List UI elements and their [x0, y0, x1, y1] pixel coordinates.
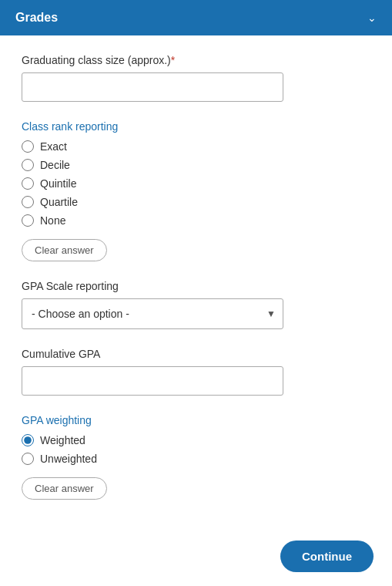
radio-weighted[interactable] [22, 434, 34, 446]
required-indicator: * [171, 54, 175, 66]
class-rank-reporting-label: Class rank reporting [22, 120, 370, 133]
radio-option-weighted[interactable]: Weighted [22, 434, 370, 446]
cumulative-gpa-input[interactable] [22, 366, 283, 396]
graduating-class-size-group: Graduating class size (approx.)* [22, 54, 370, 102]
radio-none-label[interactable]: None [40, 214, 65, 227]
radio-quartile-label[interactable]: Quartile [40, 196, 78, 208]
radio-option-none[interactable]: None [22, 214, 370, 227]
header-title: Grades [15, 11, 58, 25]
gpa-scale-select[interactable]: - Choose an option - 4.0 5.0 100 point s… [22, 298, 283, 329]
radio-option-unweighted[interactable]: Unweighted [22, 453, 370, 465]
page-header: Grades ⌄ [0, 0, 392, 35]
radio-decile-label[interactable]: Decile [40, 159, 70, 171]
gpa-scale-select-wrapper: - Choose an option - 4.0 5.0 100 point s… [22, 298, 283, 329]
radio-unweighted[interactable] [22, 453, 34, 465]
gpa-weighting-label: GPA weighting [22, 414, 370, 426]
graduating-class-size-input[interactable] [22, 72, 283, 102]
radio-quintile[interactable] [22, 177, 34, 190]
radio-quintile-label[interactable]: Quintile [40, 177, 76, 190]
radio-option-decile[interactable]: Decile [22, 159, 370, 171]
cumulative-gpa-label: Cumulative GPA [22, 348, 370, 360]
class-rank-clear-button[interactable]: Clear answer [22, 239, 107, 261]
radio-none[interactable] [22, 214, 34, 227]
gpa-weighting-group: GPA weighting Weighted Unweighted Clear … [22, 414, 370, 500]
radio-decile[interactable] [22, 159, 34, 171]
gpa-weighting-radio-group: Weighted Unweighted [22, 434, 370, 465]
gpa-scale-reporting-label: GPA Scale reporting [22, 280, 370, 292]
cumulative-gpa-group: Cumulative GPA [22, 348, 370, 396]
radio-unweighted-label[interactable]: Unweighted [40, 453, 97, 465]
radio-exact[interactable] [22, 140, 34, 153]
radio-option-quartile[interactable]: Quartile [22, 196, 370, 208]
continue-button[interactable]: Continue [280, 541, 374, 572]
gpa-scale-reporting-group: GPA Scale reporting - Choose an option -… [22, 280, 370, 329]
gpa-weighting-clear-button[interactable]: Clear answer [22, 477, 107, 500]
radio-weighted-label[interactable]: Weighted [40, 434, 85, 446]
radio-quartile[interactable] [22, 196, 34, 208]
chevron-down-icon[interactable]: ⌄ [367, 12, 377, 24]
class-rank-radio-group: Exact Decile Quintile Quartile None [22, 140, 370, 227]
radio-exact-label[interactable]: Exact [40, 140, 67, 153]
form-content: Graduating class size (approx.)* Class r… [0, 35, 392, 586]
graduating-class-size-label: Graduating class size (approx.)* [22, 54, 370, 66]
radio-option-exact[interactable]: Exact [22, 140, 370, 153]
radio-option-quintile[interactable]: Quintile [22, 177, 370, 190]
class-rank-reporting-group: Class rank reporting Exact Decile Quinti… [22, 120, 370, 261]
